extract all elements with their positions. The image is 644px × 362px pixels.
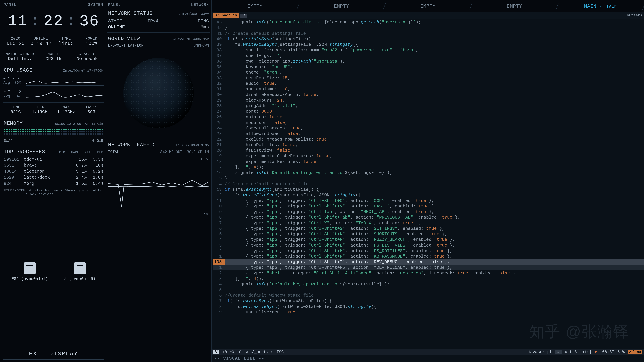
status-loc: 108:87 (600, 350, 614, 354)
code-line: 39 fs.writeFileSync(settingsFile, JSON.s… (213, 42, 644, 47)
code-line: 2 { type: "app", trigger: "Ctrl+Shift+H"… (213, 248, 644, 254)
process-list: 199101edex-ui16%3.3%3531brave6.7%10%4301… (3, 156, 104, 187)
code-line: 19 experimentalGlobeFeatures: false, (213, 153, 644, 159)
cpu-group-2: # 7 - 12Avg. 34% (3, 88, 104, 100)
code-line: 108 { type: "app", trigger: "Ctrl+Shift+… (213, 259, 644, 265)
status-lang: javascript (528, 350, 552, 354)
mode-badge: V (213, 350, 219, 354)
traffic-title: NETWORK TRAFFICUP 0.05 DOWN 0.05 (107, 141, 210, 148)
process-row[interactable]: 199101edex-ui16%3.3% (3, 156, 104, 162)
visual-line-indicator: -- VISUAL LINE -- (212, 355, 644, 362)
uptime-cell: UPTIME0:19:42 (28, 36, 54, 47)
code-line: 24 forceFullscreen: true, (213, 125, 644, 131)
net-ipv4-v: --.--.--.--- (147, 24, 186, 30)
code-line: 22 excludeThreadsFromToplist: true, (213, 137, 644, 142)
code-line: 6//Create default window state file (213, 293, 644, 298)
status-pct: 61% (617, 350, 624, 354)
code-line: 3 ], "", 4)); (213, 276, 644, 282)
code-line: 7if(!fs.existsSync(lastWindowStateFile))… (213, 298, 644, 304)
lines-badge: 2 line (628, 350, 642, 354)
code-line: 27 port: 3000, (213, 109, 644, 114)
status-file: src/_boot.js (244, 350, 274, 354)
mfr-cell: MANUFACTURERDell Inc. (3, 51, 37, 62)
code-line: 11 { type: "app", trigger: "Ctrl+Shift+C… (213, 198, 644, 204)
editor-tab[interactable]: EMPTY (471, 0, 558, 12)
editor-tab[interactable]: MAIN · nvim (558, 0, 644, 12)
cpu-group-1: # 1 - 6Avg. 36% (3, 75, 104, 87)
globe-widget[interactable] (107, 50, 210, 137)
code-line: 7 { type: "app", trigger: "Ctrl+X", acti… (213, 220, 644, 226)
net-state-v: ONLINE (107, 24, 147, 30)
file-name-badge: s/_boot.js (213, 13, 239, 18)
process-row[interactable]: 924Xorg1.5%0.4% (3, 180, 104, 187)
code-line: 33 termFontSize: 15, (213, 75, 644, 81)
code-line: 3 { type: "app", trigger: "Ctrl+Shift+L"… (213, 243, 644, 248)
cpu-title: CPU USAGEIntel®Core™ i7-9750H (3, 66, 104, 73)
cpu-max: MAX1.47GHz (54, 105, 79, 115)
code-line: 4 { type: "app", trigger: "Ctrl+Shift+F"… (213, 237, 644, 243)
exit-display-button[interactable]: EXIT DISPLAY (3, 348, 104, 360)
code-line: 1 { type: "app", trigger: "Ctrl+Shift+F5… (213, 265, 644, 271)
code-line: 15} (213, 176, 644, 181)
code-line: 2 { type: "shell", trigger: "Ctrl+Shift+… (213, 271, 644, 276)
panel-header-network: PANELNETWORK (107, 2, 210, 8)
editor-tab[interactable]: EMPTY (384, 0, 471, 12)
net-ping: PING (186, 18, 210, 24)
code-line: 5 { type: "app", trigger: "Ctrl+Shift+K"… (213, 231, 644, 237)
editor-tab[interactable]: EMPTY (212, 0, 298, 12)
code-line: 18 experimentalFeatures: false (213, 159, 644, 165)
code-line: 32 audio: true, (213, 81, 644, 86)
code-line: 9 useFullscreen: true (213, 310, 644, 315)
network-panel: PANELNETWORK NETWORK STATUSInterface: wa… (106, 0, 211, 362)
code-line: 28 pingAddr: "1.1.1.1", (213, 103, 644, 109)
net-state: STATE (107, 18, 147, 24)
net-ipv4: IPv4 (147, 18, 186, 24)
filesystem-header: FILESYSTEMdotfiles hidden · Showing avai… (3, 188, 104, 197)
code-line: 10 { type: "app", trigger: "Ctrl+Shift+V… (213, 204, 644, 209)
process-row[interactable]: 1629latte-dock2.4%1.8% (3, 174, 104, 180)
editor-tab[interactable]: EMPTY (298, 0, 385, 12)
code-line: 6 { type: "app", trigger: "Ctrl+Shift+S"… (213, 226, 644, 231)
code-line: 29 clockHours: 24, (213, 98, 644, 103)
power-cell: POWER100% (79, 36, 104, 47)
disk-icon (24, 263, 36, 274)
traffic-chart: 0.10 -0.10 (108, 157, 209, 217)
date-cell: 2020DEC 20 (3, 36, 28, 47)
code-line: 30 disableFeedbackAudio: false, (213, 92, 644, 97)
code-area[interactable]: 43 signale.info(`Base config dir is ${el… (212, 18, 644, 349)
disk-item[interactable]: ESP (nvme0n1p1) (12, 263, 48, 281)
code-line: 38 shell: (process.platform === "win32")… (213, 47, 644, 53)
status-pos: +0 ~0 -0 (222, 350, 241, 354)
code-line: 12 fs.writeFileSync(shortcutsFile, JSON.… (213, 192, 644, 198)
filesystem-area: ESP (nvme0n1p1) / (nvme0n1p5) (3, 199, 104, 345)
world-view-title: WORLD VIEWGLOBAL NETWORK MAP (107, 35, 210, 42)
editor-tabs: EMPTYEMPTYEMPTYEMPTYMAIN · nvim (212, 0, 644, 12)
memory-title: MEMORYUSING 12.2 OUT OF 31 GiB (3, 119, 104, 126)
editor-pane: EMPTYEMPTYEMPTYEMPTYMAIN · nvim s/_boot.… (211, 0, 644, 362)
chassis-cell: CHASSISNotebook (70, 51, 104, 62)
status-enc: utf-8[unix] (565, 350, 591, 354)
file-lang-badge: JS (240, 13, 247, 17)
net-ping-v: 6ms (186, 24, 210, 30)
code-line: 25 nocursor: false, (213, 120, 644, 125)
status-lang-badge: JS (555, 350, 562, 354)
code-line: 20 fsListView: false, (213, 148, 644, 153)
process-row[interactable]: 3531brave6.7%10% (3, 162, 104, 168)
disk-item[interactable]: / (nvme0n1p5) (64, 263, 96, 281)
cpu-min: MIN1.19GHz (28, 105, 54, 115)
code-line: 40if (!fs.existsSync(settingsFile)) { (213, 36, 644, 42)
code-line: 37 shellArgs: '', (213, 53, 644, 59)
code-line: 43 signale.info(`Base config dir is ${el… (213, 19, 644, 25)
code-line: 1 { type: "app", trigger: "Ctrl+Shift+P"… (213, 254, 644, 259)
code-line: 23 allowWindowed: false, (213, 131, 644, 137)
traffic-total: TOTAL 842 MB OUT, 30.9 GB IN (107, 149, 210, 155)
buffers-label[interactable]: buffers (627, 13, 642, 17)
code-line: 36 cwd: electron.app.getPath("userData")… (213, 59, 644, 64)
type-cell: TYPElinux (54, 36, 79, 47)
system-panel: PANELSYSTEM 11: 22: 36 2020DEC 20 UPTIME… (0, 0, 106, 362)
code-line: 17 }, "", 4)); (213, 165, 644, 170)
process-row[interactable]: 43014electron5.1%9.2% (3, 168, 104, 174)
code-line: 8 fs.writeFileSync(lastWindowStateFile, … (213, 304, 644, 310)
code-line: 5} (213, 287, 644, 293)
panel-header-system: PANELSYSTEM (3, 2, 104, 8)
